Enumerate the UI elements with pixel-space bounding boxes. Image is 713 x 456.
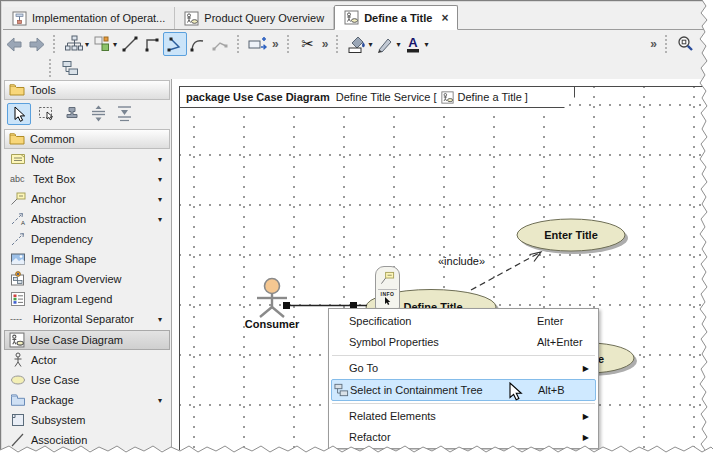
menu-item-label: Symbol Properties [349,332,439,353]
palette-item-actor[interactable]: Actor [3,350,171,370]
curve-line-style-icon [189,35,207,53]
palette-item-anchor[interactable]: Anchor ▾ [3,189,171,209]
magnifier-icon [677,35,695,53]
palette-item-abstraction[interactable]: A Abstraction ▾ [3,209,171,229]
diagram-canvas[interactable]: package Use Case Diagram Define Title Se… [172,79,707,450]
anchor-icon[interactable] [380,271,395,286]
subsystem-icon [10,412,26,428]
dropdown-caret-icon[interactable]: ▾ [424,40,428,49]
palette-item-subsystem[interactable]: Subsystem [3,410,171,430]
tab-label: Implementation of Operat... [32,12,165,24]
palette-item-text-box[interactable]: abc Text Box ▾ [3,169,171,189]
palette-item-horizontal-separator[interactable]: ---- Horizontal Separator ▾ [3,309,171,329]
palette-section-common[interactable]: Common [4,129,170,149]
curve-path-style-button[interactable] [187,33,209,55]
dropdown-caret-icon[interactable]: ▾ [158,155,162,164]
actor-consumer[interactable]: Consumer [245,279,300,331]
folder-icon [9,82,25,98]
palette-item-image-shape[interactable]: Image Shape [3,249,171,269]
font-color-button[interactable]: A [402,33,424,55]
polyline-path-style-button[interactable] [163,32,187,56]
use-case-enter-title[interactable]: Enter Title [517,219,628,254]
menu-item-go-to[interactable]: Go To ▶ [331,358,596,379]
palette-item-dependency[interactable]: Dependency [3,229,171,249]
palette-item-label: Text Box [33,173,75,185]
cut-button[interactable]: ✂ [297,33,319,55]
back-arrow-icon [6,37,23,52]
dropdown-caret-icon[interactable]: ▾ [158,315,162,324]
palette-item-label: Subsystem [31,414,85,426]
dropdown-caret-icon[interactable]: ▾ [85,40,89,49]
anchor-icon [10,191,26,207]
actor-icon [10,352,26,368]
toolbar-separator [237,35,243,53]
forward-button[interactable] [25,33,47,55]
svg-text:A: A [21,220,25,226]
palette-item-label: Diagram Overview [31,273,121,285]
diagonal-line-style-icon [121,35,139,53]
palette-section-use-case-diagram[interactable]: Use Case Diagram [4,330,170,350]
folder-icon [9,131,25,147]
layout-diagram-button[interactable] [63,33,85,55]
show-hide-parts-button[interactable] [247,33,269,55]
actor-label: Consumer [245,318,300,330]
torn-edge-bottom [0,444,713,456]
pen-color-button[interactable] [374,33,396,55]
tab-product-query-overview[interactable]: Product Query Overview [175,7,334,29]
cut-icon: ✂ [301,35,314,53]
use-case-diagram-icon [184,11,199,26]
close-tab-icon[interactable]: × [441,11,448,25]
menu-item-symbol-properties[interactable]: Symbol Properties Alt+Enter [331,332,596,353]
dropdown-caret-icon[interactable]: ▾ [396,40,400,49]
menu-item-label: Related Elements [349,406,436,427]
include-edge[interactable]: «include» [438,252,541,290]
palette-item-note[interactable]: Note ▾ [3,149,171,169]
edge-handle[interactable] [283,302,290,309]
torn-edge-right [699,0,713,456]
lane-collapse-tool-button[interactable] [113,103,135,123]
fill-color-button[interactable] [346,33,368,55]
dropdown-caret-icon[interactable]: ▾ [368,40,372,49]
palette-item-use-case[interactable]: Use Case [3,370,171,390]
menu-item-specification[interactable]: Specification Enter [331,311,596,332]
oblique-bend-style-button[interactable] [209,33,231,55]
toolbar-overflow-icon[interactable]: » [322,37,328,51]
oblique-path-style-button[interactable] [119,33,141,55]
tab-implementation-of-operations[interactable]: Implementation of Operat... [3,7,175,29]
dropdown-caret-icon[interactable]: ▾ [158,195,162,204]
menu-item-select-in-containment-tree[interactable]: Select in Containment Tree Alt+B [331,379,596,401]
palette-sidebar: Tools [3,79,172,450]
select-in-containment-tree-button[interactable] [59,57,81,79]
swimlane-split-tool-button[interactable] [87,103,109,123]
dropdown-caret-icon[interactable]: ▾ [113,40,117,49]
dropdown-caret-icon[interactable]: ▾ [158,396,162,405]
main-toolbar: ▾ ▾ [3,30,707,58]
abstraction-icon: A [10,211,26,227]
select-tool-button[interactable] [7,103,31,125]
palette-item-diagram-overview[interactable]: Diagram Overview [3,269,171,289]
palette-item-diagram-legend[interactable]: Diagram Legend [3,289,171,309]
toolbar-overflow-icon[interactable]: » [272,37,278,51]
toolbar-overflow-icon[interactable]: » [650,37,656,51]
collapse-lane-icon [116,105,133,122]
use-case-diagram-icon [9,332,25,348]
context-menu: Specification Enter Symbol Properties Al… [328,308,599,449]
dropdown-caret-icon[interactable]: ▾ [158,215,162,224]
palette-item-label: Diagram Legend [31,293,112,305]
rectilinear-path-style-button[interactable] [141,33,163,55]
tab-define-a-title[interactable]: Define a Title × [334,5,458,30]
toolbar-separator [49,59,55,77]
app-frame: Implementation of Operat... Product Quer… [0,0,707,450]
menu-item-related-elements[interactable]: Related Elements ▶ [331,406,596,427]
marquee-tool-button[interactable] [35,103,57,123]
back-button[interactable] [3,33,25,55]
palette-section-tools[interactable]: Tools [4,80,170,100]
palette-item-label: Note [31,153,54,165]
dropdown-caret-icon[interactable]: ▾ [158,175,162,184]
tab-label: Product Query Overview [204,12,324,24]
cursor-arrow-icon [12,106,26,122]
sticky-tool-button[interactable] [61,103,83,123]
quick-layout-button[interactable] [91,33,113,55]
zoom-button[interactable] [675,33,697,55]
palette-item-package[interactable]: Package ▾ [3,390,171,410]
